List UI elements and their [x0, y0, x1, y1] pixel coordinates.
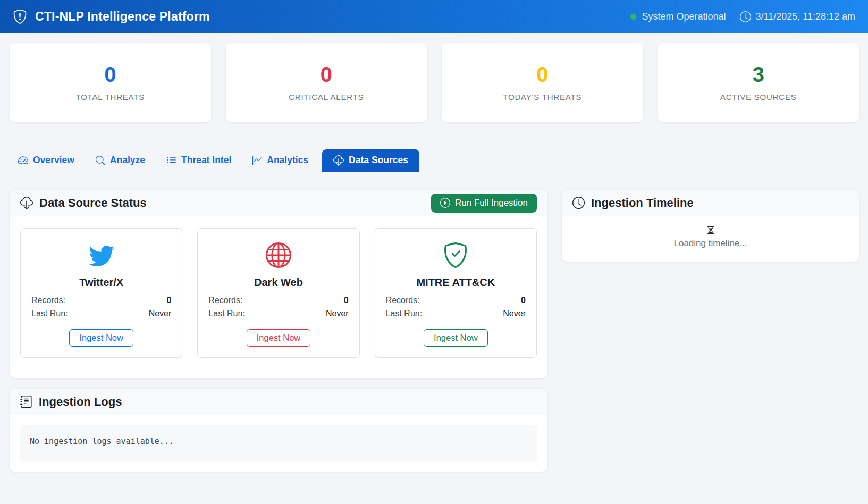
app-header: CTI-NLP Intelligence Platform System Ope…	[0, 0, 868, 33]
tab-overview[interactable]: Overview	[11, 149, 82, 172]
stat-card-critical-alerts: 0 CRITICAL ALERTS	[226, 43, 427, 122]
stat-card-todays-threats: 0 TODAY'S THREATS	[442, 43, 643, 122]
panel-title: Ingestion Timeline	[591, 196, 694, 210]
page-title: CTI-NLP Intelligence Platform	[35, 10, 210, 24]
records-label: Records:	[208, 296, 242, 305]
records-label: Records:	[31, 296, 65, 305]
status-text: System Operational	[642, 11, 726, 22]
source-card-dark-web: Dark Web Records: 0 Last Run: Never Inge…	[197, 228, 359, 358]
log-empty-text: No ingestion logs available...	[30, 436, 174, 446]
stat-value: 0	[321, 64, 332, 85]
panel-title: Ingestion Logs	[39, 395, 122, 409]
stat-label: CRITICAL ALERTS	[289, 93, 364, 102]
records-label: Records:	[386, 296, 420, 305]
clock-display: 3/11/2025, 11:28:12 am	[740, 11, 855, 22]
tab-data-sources[interactable]: Data Sources	[322, 149, 419, 172]
system-status: System Operational	[630, 11, 726, 22]
ingest-now-button-mitre[interactable]: Ingest Now	[424, 329, 488, 347]
records-value: 0	[166, 296, 171, 305]
source-card-mitre: MITRE ATT&CK Records: 0 Last Run: Never …	[375, 228, 537, 358]
tab-label: Analytics	[267, 155, 308, 166]
tab-label: Analyze	[110, 155, 145, 166]
data-source-status-panel: Data Source Status Run Full Ingestion	[10, 190, 547, 378]
list-icon	[166, 155, 176, 165]
globe-icon	[208, 242, 348, 268]
last-run-value: Never	[503, 309, 526, 318]
last-run-label: Last Run:	[31, 309, 68, 318]
tab-threat-intel[interactable]: Threat Intel	[159, 149, 239, 172]
last-run-value: Never	[149, 309, 172, 318]
tab-label: Threat Intel	[181, 155, 231, 166]
last-run-label: Last Run:	[208, 309, 245, 318]
stat-label: TOTAL THREATS	[75, 93, 145, 102]
ingestion-logs-panel: Ingestion Logs No ingestion logs availab…	[10, 389, 547, 472]
line-chart-icon	[252, 156, 262, 165]
stat-value: 3	[753, 64, 764, 85]
source-name: MITRE ATT&CK	[386, 276, 526, 289]
timeline-body: Loading timeline...	[562, 216, 859, 262]
shield-check-icon	[386, 242, 526, 268]
source-name: Twitter/X	[31, 276, 171, 289]
stat-label: TODAY'S THREATS	[503, 93, 582, 102]
status-dot	[630, 14, 636, 20]
last-run-label: Last Run:	[386, 309, 422, 318]
source-name: Dark Web	[208, 276, 348, 289]
tab-analytics[interactable]: Analytics	[245, 149, 316, 172]
gauge-icon	[18, 155, 28, 165]
tab-label: Overview	[33, 155, 74, 166]
run-button-label: Run Full Ingestion	[455, 198, 528, 208]
records-value: 0	[521, 296, 526, 305]
sources-grid: Twitter/X Records: 0 Last Run: Never Ing…	[10, 216, 547, 378]
cloud-download-icon	[333, 155, 344, 166]
ingest-now-button-dark-web[interactable]: Ingest Now	[247, 329, 311, 347]
play-circle-icon	[440, 198, 450, 208]
search-icon	[96, 156, 105, 165]
tab-analyze[interactable]: Analyze	[88, 149, 153, 172]
ingest-now-button-twitter[interactable]: Ingest Now	[69, 329, 133, 347]
timestamp: 3/11/2025, 11:28:12 am	[756, 11, 855, 22]
stat-card-total-threats: 0 TOTAL THREATS	[10, 43, 211, 122]
data-source-status-header: Data Source Status Run Full Ingestion	[10, 190, 547, 216]
stat-card-active-sources: 3 ACTIVE SOURCES	[658, 43, 859, 122]
twitter-icon	[31, 242, 171, 268]
records-value: 0	[344, 296, 349, 305]
ingestion-logs-header: Ingestion Logs	[10, 389, 547, 415]
clock-icon	[572, 197, 585, 209]
last-run-value: Never	[326, 309, 349, 318]
log-output: No ingestion logs available...	[20, 425, 537, 462]
panel-title: Data Source Status	[39, 196, 147, 210]
hourglass-icon	[570, 226, 850, 234]
tab-label: Data Sources	[349, 155, 408, 166]
ingestion-timeline-header: Ingestion Timeline	[562, 190, 859, 216]
run-full-ingestion-button[interactable]: Run Full Ingestion	[431, 194, 537, 213]
clock-icon	[740, 11, 751, 22]
journal-icon	[20, 396, 32, 408]
shield-exclamation-icon	[13, 10, 27, 24]
stat-value: 0	[104, 64, 116, 85]
stat-value: 0	[536, 64, 548, 85]
cloud-download-icon	[20, 197, 33, 209]
source-card-twitter: Twitter/X Records: 0 Last Run: Never Ing…	[20, 228, 182, 358]
stats-row: 0 TOTAL THREATS 0 CRITICAL ALERTS 0 TODA…	[10, 43, 859, 122]
ingestion-timeline-panel: Ingestion Timeline Loading timeline...	[562, 190, 859, 262]
tab-bar: Overview Analyze Threat Intel	[10, 149, 859, 172]
timeline-loading-text: Loading timeline...	[570, 238, 850, 249]
stat-label: ACTIVE SOURCES	[720, 93, 797, 102]
